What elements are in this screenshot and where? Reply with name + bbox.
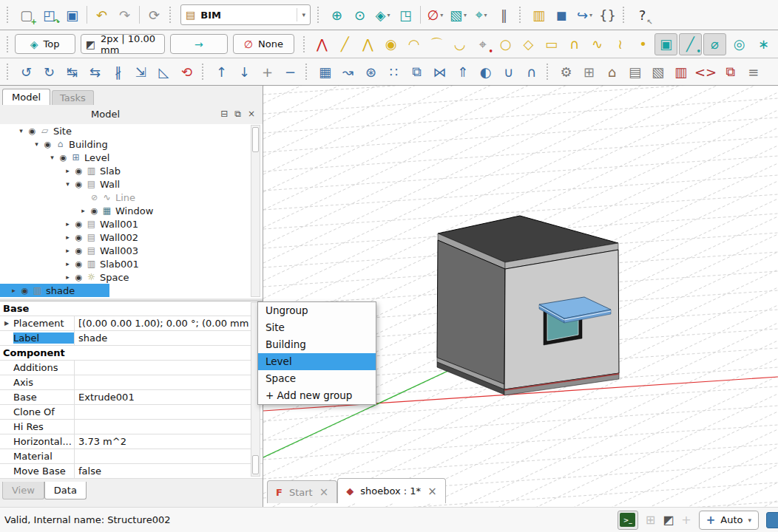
navigation-style-selector[interactable]: +Auto▾ <box>699 511 759 530</box>
property-value[interactable]: [(0.00 0.00 1.00); 0.00 °; (0.00 mm ... <box>74 316 263 330</box>
draft-polyline-red-button[interactable]: ⋀ <box>311 33 334 55</box>
draft-mirror-button[interactable]: ⋈ <box>428 61 451 83</box>
property-value[interactable]: Extrude001 <box>74 390 263 404</box>
menu-item-level[interactable]: Level <box>258 353 376 370</box>
axonometric-view-button[interactable]: ◈▾ <box>371 4 394 26</box>
refresh-button[interactable]: ⟳ <box>143 4 166 26</box>
menu-item-building[interactable]: Building <box>258 336 376 353</box>
collapse-arrow-icon[interactable]: ▾ <box>47 154 57 161</box>
document-tab-start[interactable]: FStart× <box>267 480 337 503</box>
toolbar-handle[interactable] <box>7 64 11 80</box>
bim-boxes-button[interactable]: ▥ <box>527 4 550 26</box>
part-cut-button[interactable]: ◐ <box>474 61 497 83</box>
draw-style-button[interactable]: ◩ <box>663 513 674 527</box>
line-width-button[interactable]: ◩2px | 10.00 mm <box>81 34 165 54</box>
floorplan-view-button[interactable]: ▤ <box>623 61 646 83</box>
part-common-button[interactable]: ∩ <box>520 61 543 83</box>
draft-scale-button[interactable]: ⇲ <box>129 61 152 83</box>
collapse-arrow-icon[interactable]: ▾ <box>16 127 26 134</box>
draft-rectangle-button[interactable]: ▭ <box>540 33 563 55</box>
menu-item-ungroup[interactable]: Ungroup <box>258 302 376 319</box>
property-row-hi-res[interactable]: Hi Res <box>0 420 263 434</box>
toolbar-handle[interactable] <box>7 36 11 52</box>
tree-item-site[interactable]: ▾◉▱Site <box>0 124 263 137</box>
draft-array-button[interactable]: ▦ <box>314 61 336 83</box>
property-value[interactable] <box>74 405 263 419</box>
draft-arc-button[interactable]: ◠ <box>402 33 425 55</box>
3d-scene[interactable] <box>263 86 778 507</box>
workbench-selector[interactable]: ▤BIM▾ <box>180 4 311 25</box>
project-manager-button[interactable]: ◼ <box>550 4 573 26</box>
zoom-selection-button[interactable]: ⊙ <box>348 4 371 26</box>
draft-circle-button[interactable]: ◉ <box>379 33 402 55</box>
visibility-eye-icon[interactable]: ◉ <box>72 233 85 242</box>
menu-item-site[interactable]: Site <box>258 319 376 336</box>
3d-viewport[interactable]: FStart×◆shoebox : 1*× <box>263 86 778 507</box>
draft-bezier-button[interactable]: ≀ <box>609 33 632 55</box>
dropdown-arrow-icon[interactable]: ▾ <box>484 12 487 18</box>
draft-arch-button[interactable]: ∩ <box>563 33 586 55</box>
tree-item-slab[interactable]: ▸◉▥Slab <box>0 164 263 177</box>
visibility-eye-icon[interactable]: ◉ <box>72 259 85 269</box>
dropdown-arrow-icon[interactable]: ▾ <box>297 8 305 21</box>
undo-button[interactable]: ↶ <box>90 4 113 26</box>
tree-item-window[interactable]: ▸◉▦Window <box>0 204 263 217</box>
property-expander-icon[interactable]: ▶ <box>0 320 13 327</box>
property-row-material[interactable]: Material <box>0 449 263 464</box>
document-tab-shoebox-1[interactable]: ◆shoebox : 1*× <box>337 478 445 503</box>
draft-point-button[interactable]: • <box>632 33 654 55</box>
tree-item-space[interactable]: ▸◉☼Space <box>0 270 263 284</box>
menu-item-space[interactable]: Space <box>258 370 376 387</box>
collapse-arrow-icon[interactable]: ▾ <box>63 180 72 188</box>
draft-rotate-button[interactable]: ↺ <box>15 61 38 83</box>
pages-button[interactable]: ⧉ <box>719 61 742 83</box>
part-fuse-button[interactable]: ∪ <box>497 61 520 83</box>
arch-component-up-button[interactable]: ↑ <box>210 61 233 83</box>
visibility-eye-icon[interactable]: ◉ <box>72 219 85 229</box>
collapse-arrow-icon[interactable]: ▾ <box>32 140 41 148</box>
draft-path-array-button[interactable]: ↝ <box>336 61 359 83</box>
draft-coordinate-point-button[interactable]: ⌖• <box>471 33 494 55</box>
dropdown-arrow-icon[interactable]: ▾ <box>387 12 390 18</box>
dropdown-arrow-icon[interactable]: ▾ <box>464 12 467 18</box>
clipped-corner-icon[interactable] <box>766 512 778 528</box>
dropdown-arrow-icon[interactable]: ▾ <box>748 516 751 524</box>
arch-component-down-button[interactable]: ↓ <box>233 61 256 83</box>
draft-bspline-button[interactable]: ∿ <box>586 33 609 55</box>
shape-view-button[interactable]: ▧ <box>646 61 669 83</box>
draft-polyline-button[interactable]: ⋀ <box>356 33 379 55</box>
expand-arrow-icon[interactable]: ▸ <box>63 260 72 267</box>
visibility-eye-icon[interactable]: ◉ <box>41 140 54 149</box>
part-extrude-button[interactable]: ⇑ <box>451 61 474 83</box>
draft-fillet-button[interactable]: ◡ <box>448 33 471 55</box>
tree-scrollbar[interactable] <box>251 125 260 297</box>
working-plane-button[interactable]: ⊞ <box>578 61 601 83</box>
menu-item-add-new-group[interactable]: + Add new group <box>258 387 376 404</box>
expression-button[interactable]: {} <box>596 4 619 26</box>
expand-arrow-icon[interactable]: ▸ <box>63 273 72 281</box>
toolbar-handle[interactable] <box>623 7 627 23</box>
draft-trimex-button[interactable]: ∦ <box>106 61 129 83</box>
toolbar-handle[interactable] <box>519 7 524 23</box>
expand-arrow-icon[interactable]: ▸ <box>63 167 72 174</box>
snap-special-button[interactable]: ∗ <box>752 33 775 55</box>
snap-midpoint-button[interactable]: ⌀ <box>703 33 726 55</box>
property-row-label[interactable]: Labelshade <box>0 331 263 346</box>
draft-polar-array-button[interactable]: ⊛ <box>359 61 382 83</box>
draft-polygon-button[interactable]: ◇ <box>517 33 540 55</box>
tree-item-slab001[interactable]: ▸◉▥Slab001 <box>0 257 263 270</box>
new-document-button[interactable]: ▢+ <box>15 4 38 26</box>
toolbar-handle[interactable] <box>7 7 11 23</box>
dock-float-icon[interactable]: ⧉ <box>234 109 241 119</box>
preferences-button[interactable]: ⚙ <box>555 61 578 83</box>
zoom-fit-all-button[interactable]: ⊕ <box>325 4 348 26</box>
snap-endpoint-button[interactable]: ╱• <box>679 33 702 55</box>
expand-arrow-icon[interactable]: ▸ <box>63 247 72 254</box>
draft-line-button[interactable]: ╱ <box>334 33 356 55</box>
toolbar-handle[interactable] <box>303 36 308 52</box>
expand-arrow-icon[interactable]: ▸ <box>9 287 18 294</box>
property-row-base[interactable]: BaseExtrude001 <box>0 390 263 405</box>
view-direction-button[interactable]: ◈Top <box>15 34 75 54</box>
toggle-navigation-button[interactable]: ∅▾ <box>424 4 447 26</box>
draft-downgrade-button[interactable]: ⟲ <box>175 61 198 83</box>
